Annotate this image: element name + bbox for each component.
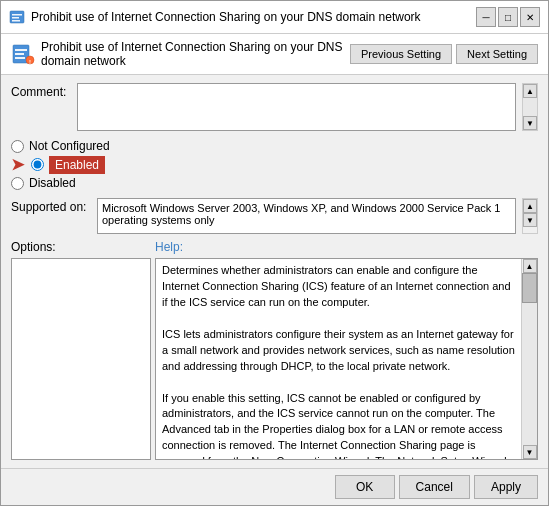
help-text: Determines whether administrators can en… [156, 259, 521, 459]
help-content-wrapper: Determines whether administrators can en… [155, 258, 538, 460]
title-bar-left: Prohibit use of Internet Connection Shar… [9, 9, 421, 25]
comment-scrollbar: ▲ ▼ [522, 83, 538, 131]
help-scrollbar: ▲ ▼ [521, 259, 537, 459]
supported-label: Supported on: [11, 198, 91, 214]
svg-rect-5 [15, 49, 27, 51]
minimize-button[interactable]: ─ [476, 7, 496, 27]
help-scroll-down[interactable]: ▼ [523, 445, 537, 459]
radio-disabled-label: Disabled [29, 176, 76, 190]
radio-enabled[interactable]: ➤ Enabled [11, 155, 538, 174]
ok-button[interactable]: OK [335, 475, 395, 499]
help-scroll-thumb[interactable] [522, 273, 537, 303]
svg-rect-6 [15, 53, 24, 55]
radio-disabled-input[interactable] [11, 177, 24, 190]
help-scroll-up[interactable]: ▲ [523, 259, 537, 273]
enabled-arrow-icon: ➤ [11, 155, 24, 174]
options-help-row: Options: Help: Determines whether admini… [11, 240, 538, 460]
help-label: Help: [155, 240, 538, 254]
supported-text: Microsoft Windows Server 2003, Windows X… [97, 198, 516, 234]
title-text: Prohibit use of Internet Connection Shar… [31, 10, 421, 24]
supported-section: Supported on: Microsoft Windows Server 2… [11, 198, 538, 234]
title-controls: ─ □ ✕ [476, 7, 540, 27]
radio-not-configured[interactable]: Not Configured [11, 139, 538, 153]
supported-scrollbar: ▲ ▼ [522, 198, 538, 234]
help-column: Help: Determines whether administrators … [155, 240, 538, 460]
maximize-button[interactable]: □ [498, 7, 518, 27]
header-policy-icon: ! [11, 42, 35, 66]
policy-icon [9, 9, 25, 25]
content-area: Comment: ▲ ▼ Not Configured ➤ Enabled Di… [1, 75, 548, 468]
svg-rect-2 [12, 17, 19, 19]
svg-rect-1 [12, 14, 22, 16]
svg-rect-3 [12, 20, 20, 22]
comment-label: Comment: [11, 83, 71, 99]
svg-rect-7 [15, 57, 25, 59]
radio-enabled-input[interactable] [31, 158, 44, 171]
cancel-button[interactable]: Cancel [399, 475, 470, 499]
footer: OK Cancel Apply [1, 468, 548, 505]
help-scroll-track [522, 273, 537, 445]
comment-input[interactable] [77, 83, 516, 131]
options-label: Options: [11, 240, 151, 254]
svg-text:!: ! [29, 59, 31, 65]
radio-not-configured-label: Not Configured [29, 139, 110, 153]
dialog-window: Prohibit use of Internet Connection Shar… [0, 0, 549, 506]
comment-scroll-up[interactable]: ▲ [523, 84, 537, 98]
options-box [11, 258, 151, 460]
comment-scroll-down[interactable]: ▼ [523, 116, 537, 130]
prev-setting-button[interactable]: Previous Setting [350, 44, 452, 64]
close-button[interactable]: ✕ [520, 7, 540, 27]
supported-scroll-up[interactable]: ▲ [523, 199, 537, 213]
radio-disabled[interactable]: Disabled [11, 176, 538, 190]
next-setting-button[interactable]: Next Setting [456, 44, 538, 64]
apply-button[interactable]: Apply [474, 475, 538, 499]
radio-group: Not Configured ➤ Enabled Disabled [11, 139, 538, 190]
radio-enabled-label: Enabled [49, 156, 105, 174]
options-column: Options: [11, 240, 151, 460]
header-title-section: ! Prohibit use of Internet Connection Sh… [11, 40, 350, 68]
header-bar: ! Prohibit use of Internet Connection Sh… [1, 34, 548, 75]
title-bar: Prohibit use of Internet Connection Shar… [1, 1, 548, 34]
radio-not-configured-input[interactable] [11, 140, 24, 153]
help-text-content: Determines whether administrators can en… [162, 264, 515, 459]
comment-section: Comment: ▲ ▼ [11, 83, 538, 131]
supported-scroll-down[interactable]: ▼ [523, 213, 537, 227]
header-title-text: Prohibit use of Internet Connection Shar… [41, 40, 350, 68]
header-buttons: Previous Setting Next Setting [350, 44, 538, 64]
